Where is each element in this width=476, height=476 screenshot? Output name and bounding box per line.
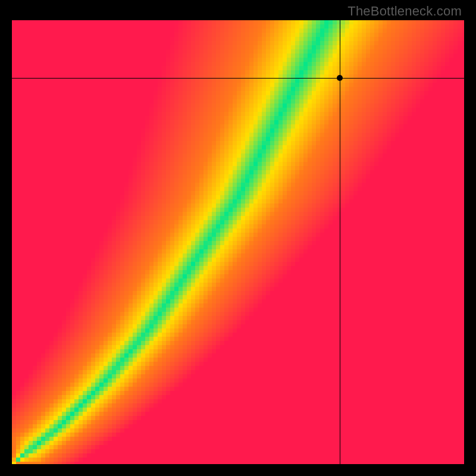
heatmap-plot	[12, 20, 464, 464]
watermark-text: TheBottleneck.com	[347, 4, 462, 19]
crosshair-horizontal	[12, 78, 464, 79]
heatmap-canvas	[12, 20, 464, 464]
selection-marker[interactable]	[337, 75, 343, 81]
crosshair-vertical	[340, 20, 340, 464]
